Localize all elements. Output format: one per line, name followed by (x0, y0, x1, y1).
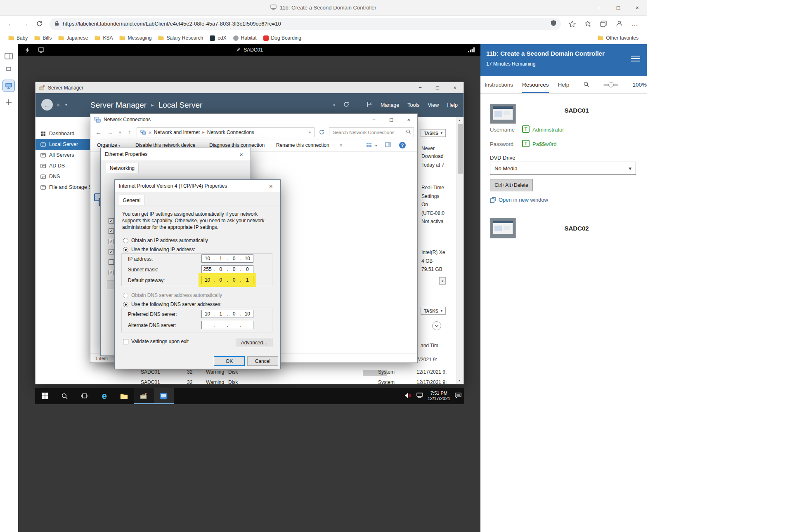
protocol-checkbox[interactable]: ✓ (109, 218, 114, 224)
bookmark-japanese[interactable]: Japanese (55, 33, 91, 42)
favorites-bar-icon[interactable] (580, 17, 596, 31)
scroll-down-arrow[interactable]: ▾ (459, 379, 460, 382)
vertical-scrollbar[interactable]: ▴ ▾ (456, 117, 464, 384)
preview-pane-icon[interactable] (385, 142, 391, 148)
more-commands-chevron[interactable]: » (340, 142, 343, 148)
server-manager-taskbar-button[interactable] (134, 388, 154, 404)
other-favorites-button[interactable]: Other favorites (594, 33, 642, 42)
network-search-input[interactable] (329, 130, 406, 135)
subnet-mask-field[interactable]: 255.0.0.0 (201, 265, 253, 273)
address-dropdown-chevron[interactable]: ▾ (309, 130, 311, 134)
sidebar-item-dashboard[interactable]: Dashboard (35, 128, 91, 139)
menu-help[interactable]: Help (447, 102, 458, 108)
refresh-icon[interactable] (343, 101, 349, 108)
username-value[interactable]: Administrator (532, 127, 564, 133)
use-dns-label[interactable]: Use the following DNS server addresses: (131, 301, 222, 307)
type-password-button[interactable]: T (522, 140, 530, 147)
close-button[interactable]: × (262, 180, 280, 192)
sidebar-item-ad-ds[interactable]: AD DS (35, 160, 91, 171)
layout-panels-icon[interactable] (5, 53, 13, 59)
crumb-network-connections[interactable]: Network Connections (207, 129, 254, 135)
forward-button[interactable]: → (18, 17, 32, 31)
dvd-drive-select[interactable]: No Media ▾ (490, 162, 636, 175)
refresh-button[interactable] (32, 17, 46, 31)
preferred-dns-field[interactable]: 10.1.0.10 (201, 310, 253, 318)
tab-networking[interactable]: Networking (106, 163, 139, 173)
search-box[interactable] (329, 127, 414, 137)
taskbar-clock[interactable]: 7:51 PM 12/17/2021 (428, 391, 450, 401)
browser-close-button[interactable]: × (628, 0, 647, 15)
menu-tools[interactable]: Tools (407, 102, 419, 108)
protocol-checkbox[interactable] (109, 259, 114, 265)
volume-muted-icon[interactable] (405, 393, 412, 400)
protocol-checkbox[interactable]: ✓ (109, 249, 114, 254)
back-button[interactable]: ← (4, 17, 18, 31)
network-tray-icon[interactable] (416, 393, 423, 399)
diagnose-connection-command[interactable]: Diagnose this connection (209, 142, 265, 148)
menu-view[interactable]: View (428, 102, 439, 108)
crumb-separator[interactable]: ▸ (202, 129, 205, 135)
browser-menu-icon[interactable]: … (627, 17, 643, 31)
profile-avatar-icon[interactable] (611, 17, 627, 31)
add-machine-button[interactable] (5, 99, 12, 106)
crumb-network-and-internet[interactable]: Network and Internet (154, 129, 200, 135)
search-icon[interactable] (406, 129, 411, 136)
bookmark-salary-research[interactable]: Salary Research (155, 33, 206, 42)
collapse-rail-icon[interactable] (6, 67, 11, 71)
refresh-button[interactable] (317, 129, 327, 135)
sidebar-item-dns[interactable]: DNS (35, 171, 91, 182)
install-button-clipped[interactable] (107, 280, 115, 289)
bookmark-bills[interactable]: Bills (31, 33, 55, 42)
start-button[interactable] (35, 388, 55, 404)
disable-device-command[interactable]: Disable this network device (135, 142, 195, 148)
remote-desktop-viewport[interactable]: SADC01 Server Manager − □ × (18, 44, 480, 532)
menu-manage[interactable]: Manage (381, 102, 399, 108)
taskbar-search-button[interactable] (55, 388, 75, 404)
help-icon[interactable]: ? (399, 142, 406, 148)
events-tasks-button[interactable]: TASKS ▾ (421, 307, 446, 315)
action-center-icon[interactable] (455, 393, 461, 400)
tab-general[interactable]: General (119, 195, 144, 205)
minimize-button[interactable]: − (365, 114, 383, 125)
default-gateway-field[interactable]: 10.0.0.1 (201, 276, 253, 284)
hamburger-menu-icon[interactable] (631, 54, 640, 63)
network-window-taskbar-button[interactable] (154, 388, 174, 404)
validate-settings-label[interactable]: Validate settings upon exit (131, 339, 189, 344)
event-row[interactable]: SADC01 32 Warning Disk System 12/17/2021… (137, 369, 454, 377)
flag-icon[interactable] (367, 101, 372, 108)
bookmark-edx[interactable]: edX (206, 33, 229, 42)
view-grid-icon[interactable] (366, 142, 372, 148)
type-username-button[interactable]: T (522, 125, 530, 133)
nav-history-chevron[interactable]: ▾ (65, 103, 67, 107)
use-ip-label[interactable]: Use the following IP address: (131, 247, 195, 252)
scroll-up-arrow[interactable]: ▴ (459, 118, 460, 122)
validate-settings-checkbox[interactable] (123, 339, 128, 344)
machine-thumbnail-sadc02[interactable] (490, 218, 516, 238)
machine-thumbnail-sadc01[interactable] (490, 104, 516, 124)
close-button[interactable]: × (446, 82, 464, 93)
bookmark-ksa[interactable]: KSA (91, 33, 116, 42)
obtain-dns-radio[interactable] (123, 293, 128, 298)
advanced-button[interactable]: Advanced... (236, 338, 272, 347)
expand-properties-button[interactable]: > (439, 277, 446, 285)
machine-tile-sadc01[interactable] (2, 80, 15, 92)
zoom-slider[interactable] (603, 84, 618, 86)
rename-connection-command[interactable]: Rename this connection (276, 142, 329, 148)
browser-minimize-button[interactable]: − (590, 0, 609, 15)
lightning-icon[interactable] (26, 47, 30, 54)
collections-icon[interactable] (596, 17, 611, 31)
alternate-dns-field[interactable]: ... (201, 321, 253, 329)
properties-tasks-button[interactable]: TASKS ▾ (421, 129, 446, 137)
nav-forward-button[interactable]: ▸ (57, 101, 60, 108)
nav-back-button[interactable]: ← (41, 99, 53, 111)
tab-help[interactable]: Help (558, 76, 570, 93)
file-explorer-button[interactable] (114, 388, 134, 404)
maximize-button[interactable]: □ (383, 114, 400, 125)
ctrl-alt-delete-button[interactable]: Ctrl+Alt+Delete (490, 179, 533, 191)
zoom-search-icon[interactable] (583, 81, 589, 89)
open-in-new-window-link[interactable]: Open in new window (490, 197, 548, 203)
sidebar-item-file-storage[interactable]: File and Storage Services (35, 182, 91, 193)
bookmark-baby[interactable]: Baby (5, 33, 31, 42)
scope-chevron[interactable]: ▾ (333, 103, 335, 107)
browser-maximize-button[interactable]: □ (609, 0, 628, 15)
